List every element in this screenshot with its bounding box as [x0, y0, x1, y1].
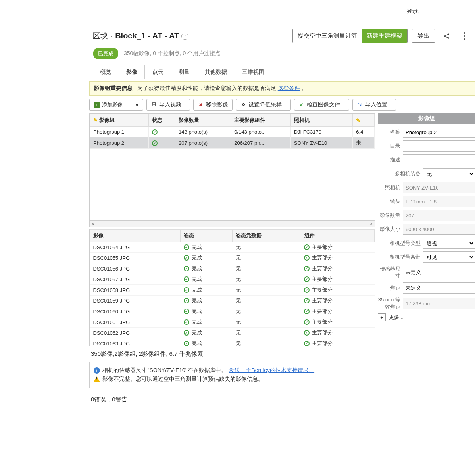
photo-row[interactable]: DSC01054.JPG✓完成无✓主要部分 [90, 242, 375, 253]
sensor-msg: 相机的传感器尺寸 'SONY/ZV-E10' 不在数据库中。 [102, 367, 227, 374]
more-menu-button[interactable] [458, 29, 472, 43]
comp-ok-icon: ✓ [304, 266, 310, 271]
photos-col-3[interactable]: 组件 [301, 230, 374, 242]
comp-ok-icon: ✓ [304, 309, 310, 314]
photo-row[interactable]: DSC01057.JPG✓完成无✓主要部分 [90, 274, 375, 285]
prop-lens-label: 镜头 [378, 198, 400, 205]
prop-band-select[interactable]: 可见 [423, 251, 475, 263]
prop-count-label: 影像数量 [378, 212, 400, 219]
photos-table-area[interactable]: 影像姿态姿态元数据组件 DSC01054.JPG✓完成无✓主要部分DSC0105… [89, 229, 375, 346]
prop-model-select[interactable]: 透视 [423, 238, 475, 249]
prop-multi-select[interactable]: 无 [423, 168, 475, 179]
prop-eq35-label: 35 mm 等效焦距 [378, 296, 400, 311]
comp-ok-icon: ✓ [304, 276, 310, 282]
photo-row[interactable]: DSC01063.JPG✓完成无✓主要部分 [90, 338, 375, 347]
pose-ok-icon: ✓ [184, 298, 189, 303]
photogroup-row[interactable]: Photogroup 2✓207 photo(s)206/207 ph...SO… [90, 137, 375, 149]
import-pos-icon: ⇲ [357, 102, 363, 108]
prop-desc-input[interactable] [403, 154, 475, 165]
remove-image-button[interactable]: ✖移除影像 [193, 99, 233, 111]
info-bar-tail: 。 [302, 85, 307, 92]
status-details: 350幅影像, 0 个控制点, 0 个用户连接点 [124, 50, 221, 57]
warning-icon [94, 376, 100, 382]
prop-focal-input[interactable] [403, 282, 475, 294]
group-col-0[interactable]: ✎ 影像组 [90, 114, 149, 127]
pose-ok-icon: ✓ [184, 319, 189, 325]
prop-size-input [403, 224, 475, 235]
info-circle-icon: i [94, 367, 100, 374]
photo-row[interactable]: DSC01058.JPG✓完成无✓主要部分 [90, 285, 375, 296]
prop-cam-label: 照相机 [378, 184, 400, 191]
bentley-support-link[interactable]: 发送一个Bentley的技术支持请求。 [229, 367, 314, 374]
svg-line-4 [445, 36, 448, 37]
photo-row[interactable]: DSC01055.JPG✓完成无✓主要部分 [90, 253, 375, 263]
photogroup-row[interactable]: Photogroup 1✓143 photo(s)0/143 photo...D… [90, 127, 375, 137]
group-col-1[interactable]: 状态 [149, 114, 175, 127]
comp-ok-icon: ✓ [304, 244, 310, 250]
summary-row: 350影像,2影像组, 2影像组件, 6.7 千兆像素 [89, 346, 475, 362]
photo-row[interactable]: DSC01061.JPG✓完成无✓主要部分 [90, 317, 375, 328]
photogroup-table-area[interactable]: ✎ 影像组状态影像数量主要影像组件照相机✎ Photogroup 1✓143 p… [89, 113, 375, 221]
prop-sensor-input[interactable] [403, 267, 475, 278]
prop-dir-input[interactable] [403, 140, 475, 152]
export-button[interactable]: 导出 [412, 29, 435, 43]
new-reconstruction-button[interactable]: 新建重建框架 [362, 29, 407, 43]
pose-ok-icon: ✓ [184, 255, 189, 261]
prop-dir-label: 目录 [378, 142, 400, 150]
pose-ok-icon: ✓ [184, 330, 189, 336]
photo-row[interactable]: DSC01060.JPG✓完成无✓主要部分 [90, 306, 375, 317]
group-hscroll[interactable]: <> [89, 221, 375, 227]
login-hint: 登录。 [407, 8, 423, 15]
downsample-button[interactable]: ❖设置降低采样... [236, 99, 291, 111]
tab-0[interactable]: 概览 [92, 65, 119, 79]
tab-5[interactable]: 三维视图 [235, 65, 272, 79]
photos-col-1[interactable]: 姿态 [181, 230, 233, 242]
downsample-icon: ❖ [240, 102, 246, 108]
info-icon[interactable]: i [181, 33, 188, 40]
tab-2[interactable]: 点云 [145, 65, 171, 79]
check-files-button[interactable]: ✔检查图像文件... [294, 99, 349, 111]
add-image-dropdown[interactable]: ▼ [131, 99, 143, 111]
photos-col-2[interactable]: 姿态元数据 [233, 230, 301, 242]
group-col-2[interactable]: 影像数量 [175, 114, 231, 127]
add-image-split-button[interactable]: ＋添加影像... ▼ [89, 99, 143, 111]
group-col-4[interactable]: 照相机 [290, 114, 353, 127]
share-button[interactable] [439, 29, 454, 43]
at-actions: 提交空中三角测量计算 新建重建框架 [292, 29, 408, 43]
image-toolbar: ＋添加影像... ▼ 🎞导入视频... ✖移除影像 ❖设置降低采样... ✔检查… [89, 97, 475, 113]
info-bar-msg: : 为了获得最佳精度和性能，请检查您输入的数据是否满足 [134, 85, 276, 92]
info-bar-link[interactable]: 这些条件 [278, 85, 300, 92]
tab-3[interactable]: 测量 [171, 65, 197, 79]
kebab-icon [464, 32, 465, 40]
pose-ok-icon: ✓ [184, 266, 189, 271]
pencil-icon: ✎ [93, 117, 98, 123]
info-bar-label: 影像组重要信息 [94, 85, 133, 92]
messages-box: i 相机的传感器尺寸 'SONY/ZV-E10' 不在数据库中。 发送一个Ben… [89, 362, 475, 388]
photogroup-table: ✎ 影像组状态影像数量主要影像组件照相机✎ Photogroup 1✓143 p… [90, 114, 375, 149]
pose-ok-icon: ✓ [184, 287, 189, 293]
import-position-button[interactable]: ⇲导入位置... [352, 99, 396, 111]
prop-eq35-input [403, 298, 475, 309]
add-image-icon: ＋ [94, 102, 100, 108]
import-video-button[interactable]: 🎞导入视频... [146, 99, 190, 111]
photo-row[interactable]: DSC01059.JPG✓完成无✓主要部分 [90, 296, 375, 306]
prop-size-label: 影像大小 [378, 226, 400, 233]
header: 区块 · Block_1 - AT - AT i 提交空中三角测量计算 新建重建… [89, 24, 475, 46]
properties-panel: 影像组 名称 目录 描述 多相机装备无 照相机 镜头 影像数量 影像大小 相机型… [378, 113, 475, 346]
pose-ok-icon: ✓ [184, 276, 189, 282]
group-col-3[interactable]: 主要影像组件 [231, 114, 290, 127]
prop-multi-label: 多相机装备 [378, 170, 421, 177]
group-col-5[interactable]: ✎ [353, 114, 375, 127]
check-files-icon: ✔ [298, 102, 305, 108]
more-toggle[interactable]: + 更多... [378, 313, 475, 321]
prop-name-input[interactable] [403, 127, 475, 138]
share-icon [443, 33, 450, 40]
pose-ok-icon: ✓ [184, 309, 189, 314]
submit-at-button[interactable]: 提交空中三角测量计算 [293, 29, 362, 43]
photo-row[interactable]: DSC01062.JPG✓完成无✓主要部分 [90, 328, 375, 338]
photo-row[interactable]: DSC01056.JPG✓完成无✓主要部分 [90, 263, 375, 274]
tab-4[interactable]: 其他数据 [197, 65, 235, 79]
photos-col-0[interactable]: 影像 [90, 230, 181, 242]
tab-1[interactable]: 影像 [119, 65, 145, 79]
comp-ok-icon: ✓ [304, 330, 310, 336]
